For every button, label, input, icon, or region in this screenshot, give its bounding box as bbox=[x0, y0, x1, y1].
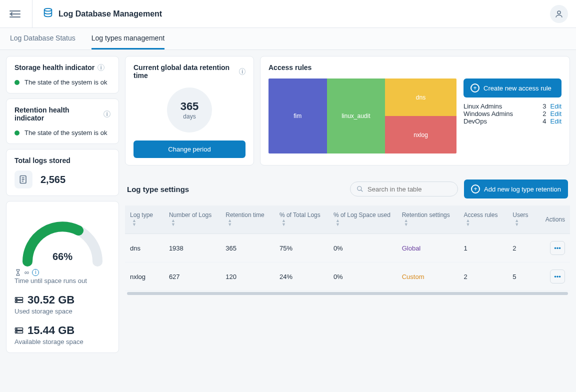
storage-health-card: Storage health indicator i The state of … bbox=[6, 56, 119, 94]
tabs: Log Database Status Log types management bbox=[0, 28, 576, 50]
total-logs-title: Total logs stored bbox=[14, 156, 110, 164]
edit-link[interactable]: Edit bbox=[550, 118, 562, 125]
cell-access: 2 bbox=[458, 262, 508, 291]
hourglass-icon bbox=[14, 269, 22, 276]
row-actions-button[interactable]: ••• bbox=[550, 241, 565, 255]
row-actions-button[interactable]: ••• bbox=[550, 270, 565, 284]
access-rule-row: Windows Admins 2 Edit bbox=[464, 110, 562, 118]
search-input-wrap[interactable] bbox=[350, 182, 458, 196]
cell-type: dns bbox=[125, 234, 164, 262]
plus-circle-icon: + bbox=[470, 84, 480, 92]
create-access-rule-button[interactable]: + Create new access rule bbox=[464, 78, 562, 98]
storage-icon bbox=[14, 296, 24, 304]
total-logs-value: 2,565 bbox=[40, 174, 66, 186]
cell-ret: 120 bbox=[220, 262, 274, 291]
access-card: Access rules fimlinux_auditdnsnxlog + Cr… bbox=[260, 56, 570, 166]
tab-types[interactable]: Log types management bbox=[92, 28, 164, 50]
cell-num: 627 bbox=[164, 262, 220, 291]
divider bbox=[32, 0, 32, 28]
retention-title: Current global data retention time bbox=[134, 64, 236, 80]
table-row: dns 1938 365 75% 0% Global 1 2 ••• bbox=[125, 234, 570, 262]
col-header[interactable]: Number of Logs ▲▼ bbox=[164, 206, 220, 234]
database-icon bbox=[42, 8, 54, 20]
svg-point-15 bbox=[16, 328, 18, 330]
sort-icon: ▲▼ bbox=[171, 218, 176, 226]
rule-count: 4 bbox=[542, 118, 546, 125]
user-avatar[interactable] bbox=[550, 5, 568, 23]
access-treemap: fimlinux_auditdnsnxlog bbox=[268, 78, 456, 154]
search-input[interactable] bbox=[368, 186, 452, 193]
retention-health-card: Retention health indicator i The state o… bbox=[6, 98, 119, 144]
cell-num: 1938 bbox=[164, 234, 220, 262]
tab-status[interactable]: Log Database Status bbox=[10, 28, 76, 50]
gauge-chart: 66% bbox=[18, 212, 108, 266]
logs-icon bbox=[14, 170, 32, 188]
retention-days: 365 bbox=[180, 100, 199, 113]
table-row: nxlog 627 120 24% 0% Custom 2 5 ••• bbox=[125, 262, 570, 291]
access-rule-row: Linux Admins 3 Edit bbox=[464, 102, 562, 110]
horizontal-scrollbar[interactable] bbox=[127, 292, 568, 295]
treemap-block-linux_audit[interactable]: linux_audit bbox=[327, 78, 386, 154]
cell-type: nxlog bbox=[125, 262, 164, 291]
treemap-block-fim[interactable]: fim bbox=[268, 78, 327, 154]
col-header[interactable]: Log type ▲▼ bbox=[125, 206, 164, 234]
info-icon[interactable]: i bbox=[32, 269, 39, 276]
access-title: Access rules bbox=[268, 64, 562, 72]
settings-title: Log type settings bbox=[127, 185, 344, 194]
cell-pct-total: 75% bbox=[274, 234, 328, 262]
log-type-settings: Log type settings + Add new log type ret… bbox=[125, 172, 570, 386]
sort-icon: ▲▼ bbox=[404, 218, 408, 226]
sort-icon: ▲▼ bbox=[282, 218, 286, 226]
edit-link[interactable]: Edit bbox=[550, 110, 562, 118]
col-header[interactable]: Actions bbox=[540, 206, 570, 234]
col-header[interactable]: % of Total Logs ▲▼ bbox=[274, 206, 328, 234]
status-ok-icon bbox=[14, 130, 20, 136]
info-icon[interactable]: i bbox=[239, 68, 246, 75]
rule-name: DevOps bbox=[464, 118, 538, 125]
cell-ret: 365 bbox=[220, 234, 274, 262]
cell-access: 1 bbox=[458, 234, 508, 262]
col-header[interactable]: Access rules ▲▼ bbox=[458, 206, 508, 234]
retention-health-title: Retention health indicator bbox=[14, 106, 100, 122]
col-header[interactable]: Retention settings ▲▼ bbox=[397, 206, 459, 234]
cell-pct-space: 0% bbox=[328, 234, 397, 262]
infinity-icon: ∞ bbox=[24, 268, 29, 276]
change-period-button[interactable]: Change period bbox=[134, 140, 246, 158]
svg-point-4 bbox=[558, 11, 560, 14]
rule-name: Linux Admins bbox=[464, 102, 538, 110]
treemap-block-dns[interactable]: dns bbox=[385, 78, 456, 116]
col-header[interactable]: Users ▲▼ bbox=[508, 206, 540, 234]
svg-point-3 bbox=[44, 8, 52, 11]
access-rule-row: DevOps 4 Edit bbox=[464, 118, 562, 125]
menu-icon bbox=[10, 10, 20, 18]
info-icon[interactable]: i bbox=[104, 110, 110, 118]
main: Current global data retention time i 365… bbox=[125, 56, 570, 386]
retention-unit: days bbox=[183, 113, 196, 120]
col-header[interactable]: Retention time ▲▼ bbox=[220, 206, 274, 234]
gauge-percent: 66% bbox=[18, 251, 108, 262]
cell-ret-set: Custom bbox=[397, 262, 459, 291]
col-header[interactable]: % of Log Space used ▲▼ bbox=[328, 206, 397, 234]
svg-point-11 bbox=[16, 298, 18, 299]
gauge-time-label: Time until space runs out bbox=[14, 277, 110, 284]
retention-card: Current global data retention time i 365… bbox=[125, 56, 254, 166]
storage-icon bbox=[14, 327, 24, 334]
sort-icon: ▲▼ bbox=[228, 218, 232, 226]
svg-line-18 bbox=[361, 190, 363, 192]
cell-users: 2 bbox=[508, 234, 540, 262]
edit-link[interactable]: Edit bbox=[550, 102, 562, 110]
log-type-table: Log type ▲▼Number of Logs ▲▼Retention ti… bbox=[125, 206, 570, 291]
rule-name: Windows Admins bbox=[464, 110, 538, 118]
page-title: Log Database Management bbox=[58, 10, 162, 18]
retention-circle: 365 days bbox=[167, 88, 212, 132]
sort-icon: ▲▼ bbox=[336, 218, 340, 226]
treemap-block-nxlog[interactable]: nxlog bbox=[385, 116, 456, 154]
add-retention-button[interactable]: + Add new log type retention bbox=[464, 180, 568, 198]
rule-count: 3 bbox=[542, 102, 546, 110]
total-logs-card: Total logs stored 2,565 bbox=[6, 149, 119, 196]
retention-health-status: The state of the system is ok bbox=[24, 129, 107, 136]
sort-icon: ▲▼ bbox=[514, 218, 519, 226]
search-icon bbox=[356, 185, 364, 193]
info-icon[interactable]: i bbox=[98, 64, 104, 71]
menu-toggle[interactable] bbox=[8, 7, 22, 21]
